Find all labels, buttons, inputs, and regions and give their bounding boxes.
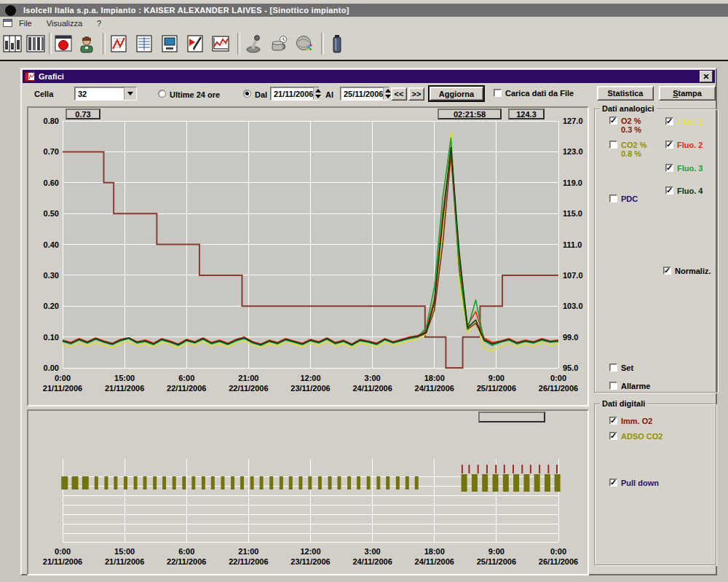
svg-text:103.0: 103.0 xyxy=(563,302,583,310)
pull-down-checkbox-row[interactable]: Pull down xyxy=(609,479,659,487)
svg-text:22/11/2006: 22/11/2006 xyxy=(167,384,206,393)
pull-down-label: Pull down xyxy=(621,479,659,487)
svg-text:95.0: 95.0 xyxy=(563,363,578,372)
svg-text:115.0: 115.0 xyxy=(563,209,582,218)
adso-co2-checkbox-row[interactable]: ADSO CO2 xyxy=(609,432,662,441)
cella-dropdown[interactable]: 32 xyxy=(74,87,137,101)
close-button[interactable] xyxy=(700,71,713,82)
close-icon xyxy=(703,74,709,79)
datasheet-button[interactable] xyxy=(133,31,155,56)
radio-dal[interactable] xyxy=(243,90,251,98)
toolbar-separator xyxy=(49,33,52,55)
menubar: File Visualizza ? xyxy=(0,17,728,29)
table-button[interactable] xyxy=(25,31,47,56)
fluo4-checkbox[interactable] xyxy=(665,186,673,194)
fluo1-checkbox[interactable] xyxy=(665,117,673,125)
radio-ultime-24-ore[interactable] xyxy=(158,90,166,98)
allarme-checkbox-row[interactable]: Allarme xyxy=(609,382,650,390)
normaliz-checkbox[interactable] xyxy=(663,267,671,275)
menu-file[interactable]: File xyxy=(17,18,34,28)
imm-o2-checkbox-row[interactable]: Imm. O2 xyxy=(609,417,652,425)
svg-text:22/11/2006: 22/11/2006 xyxy=(229,384,268,393)
svg-text:12:00: 12:00 xyxy=(300,374,320,382)
adso-co2-checkbox[interactable] xyxy=(609,432,617,440)
normaliz-checkbox-row[interactable]: Normaliz. xyxy=(663,267,711,275)
grafici-window: Grafici Cella 32 Ultime 24 ore Dal 21/11… xyxy=(20,68,717,575)
o2-label: O2 %0.3 % xyxy=(621,117,641,134)
stampa-button[interactable]: Stampa xyxy=(659,86,716,101)
date-from-spinner[interactable] xyxy=(313,87,322,100)
carica-dati-checkbox-row[interactable]: Carica dati da File xyxy=(494,89,574,98)
svg-text:21/11/2006: 21/11/2006 xyxy=(43,557,82,566)
radio-ultime-label: Ultime 24 ore xyxy=(170,90,220,99)
child-window-icon xyxy=(3,19,12,27)
date-from-field[interactable]: 21/11/2006 xyxy=(270,87,320,101)
battery-button[interactable] xyxy=(326,31,348,56)
prev-button[interactable]: << xyxy=(391,87,407,101)
pdc-checkbox[interactable] xyxy=(609,194,617,202)
operator-button[interactable] xyxy=(76,31,98,56)
joystick-button[interactable] xyxy=(242,31,264,56)
svg-text:0.60: 0.60 xyxy=(44,178,59,187)
fluo2-checkbox[interactable] xyxy=(665,141,673,149)
radio-dal-label: Dal xyxy=(255,90,267,99)
report-button[interactable] xyxy=(108,31,130,56)
imm-o2-label: Imm. O2 xyxy=(621,417,652,425)
window-title: Grafici xyxy=(39,72,64,81)
kettle-button[interactable] xyxy=(268,31,290,56)
globe-button[interactable] xyxy=(293,31,315,56)
fluo1-label: Fluo. 1 xyxy=(677,117,703,126)
svg-text:21/11/2006: 21/11/2006 xyxy=(43,384,82,393)
pdc-checkbox-row[interactable]: PDC xyxy=(609,194,638,203)
alarm-button[interactable] xyxy=(52,31,74,56)
carica-dati-checkbox[interactable] xyxy=(494,89,502,97)
menu-visualizza[interactable]: Visualizza xyxy=(44,18,84,28)
co2-checkbox-row[interactable]: CO2 %0.8 % xyxy=(609,141,646,158)
chevron-down-icon[interactable] xyxy=(124,87,136,100)
chart-edit-icon xyxy=(186,34,205,53)
fluo3-checkbox[interactable] xyxy=(665,164,673,172)
svg-text:24/11/2006: 24/11/2006 xyxy=(352,384,392,393)
statistica-button[interactable]: Statistica xyxy=(597,86,654,101)
fluo3-checkbox-row[interactable]: Fluo. 3 xyxy=(665,164,703,173)
dati-analogici-title: Dati analogici xyxy=(600,104,657,113)
trend-chart-icon xyxy=(211,34,230,53)
svg-text:21:00: 21:00 xyxy=(238,374,258,382)
svg-text:26/11/2006: 26/11/2006 xyxy=(539,384,578,393)
isolcell-logo-icon xyxy=(5,5,16,16)
fluo2-checkbox-row[interactable]: Fluo. 2 xyxy=(665,141,703,149)
o2-checkbox-row[interactable]: O2 %0.3 % xyxy=(609,117,641,134)
chart-edit-button[interactable] xyxy=(184,31,206,56)
pull-down-checkbox[interactable] xyxy=(609,479,617,487)
app-title: Isolcell Italia s.p.a. Impianto : KAISER… xyxy=(23,6,349,15)
fluo4-checkbox-row[interactable]: Fluo. 4 xyxy=(665,186,703,195)
co2-checkbox[interactable] xyxy=(609,141,617,149)
adso-co2-label: ADSO CO2 xyxy=(621,432,662,441)
imm-o2-checkbox[interactable] xyxy=(609,417,617,425)
svg-text:9:00: 9:00 xyxy=(488,374,505,382)
cursor-right-value-box: 124.3 xyxy=(508,109,545,119)
svg-text:127.0: 127.0 xyxy=(563,117,583,125)
fluo1-checkbox-row[interactable]: Fluo. 1 xyxy=(665,117,703,126)
menu-help[interactable]: ? xyxy=(95,18,103,28)
channels-grid-button[interactable] xyxy=(1,31,23,56)
allarme-checkbox[interactable] xyxy=(609,382,617,390)
monitor-button[interactable] xyxy=(159,31,181,56)
allarme-label: Allarme xyxy=(621,382,650,390)
svg-text:22/11/2006: 22/11/2006 xyxy=(167,557,206,566)
o2-checkbox[interactable] xyxy=(609,117,617,125)
svg-text:0.00: 0.00 xyxy=(44,363,59,372)
set-checkbox-row[interactable]: Set xyxy=(609,363,633,372)
aggiorna-button[interactable]: Aggiorna xyxy=(430,87,483,101)
next-button[interactable]: >> xyxy=(408,87,424,101)
date-to-value: 25/11/2006 xyxy=(341,90,383,98)
set-checkbox[interactable] xyxy=(609,363,617,371)
svg-text:0.40: 0.40 xyxy=(44,240,59,249)
svg-text:23/11/2006: 23/11/2006 xyxy=(290,557,330,566)
grafici-titlebar[interactable]: Grafici xyxy=(23,70,715,83)
table-icon xyxy=(26,34,45,53)
monitor-icon xyxy=(160,34,179,53)
date-to-field[interactable]: 25/11/2006 xyxy=(340,87,389,101)
digital-cursor-box xyxy=(478,412,545,422)
trend-chart-button[interactable] xyxy=(210,31,232,56)
